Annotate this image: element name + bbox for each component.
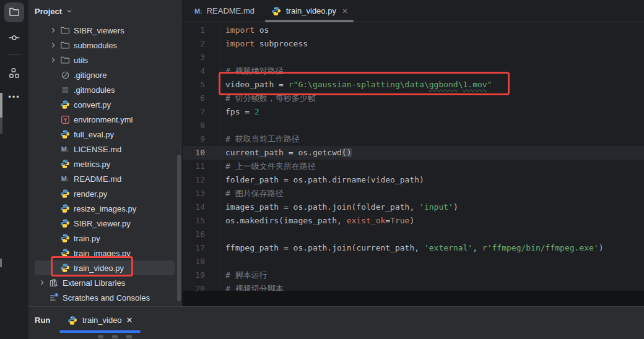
tree-item-license-md[interactable]: M↓LICENSE.md bbox=[28, 142, 182, 157]
tree-item-label: LICENSE.md bbox=[74, 145, 121, 154]
chevron-right-icon[interactable] bbox=[36, 278, 48, 288]
code-line-9[interactable]: # 获取当前工作路径 bbox=[225, 132, 300, 146]
more-tool-windows-button[interactable]: ••• bbox=[0, 92, 28, 101]
commit-tool-button[interactable] bbox=[4, 28, 24, 48]
tab-readme-md[interactable]: M↓ README.md bbox=[186, 0, 263, 22]
tree-indent-spacer bbox=[47, 189, 59, 199]
code-line-17[interactable]: ffmpeg_path = os.path.join(current_path,… bbox=[225, 241, 604, 255]
tree-item-label: SIBR_viewer.py bbox=[74, 219, 131, 228]
run-tab-label: train_video bbox=[82, 315, 122, 325]
code-line-20[interactable]: # 视频切分脚本 bbox=[225, 282, 284, 291]
tree-indent-spacer bbox=[47, 174, 59, 184]
tree-item-external-libraries[interactable]: External Libraries bbox=[28, 275, 182, 290]
python-icon bbox=[271, 6, 282, 16]
gutter-line-number: 14 bbox=[183, 200, 205, 214]
project-tool-button[interactable] bbox=[4, 2, 24, 22]
code-line-4[interactable]: # 视频绝对路径 bbox=[225, 64, 284, 78]
code-line-10[interactable]: current_path = os.getcwd() bbox=[225, 146, 352, 160]
tree-item-render-py[interactable]: render.py bbox=[28, 186, 182, 201]
tree-item-convert-py[interactable]: convert.py bbox=[28, 97, 182, 112]
gutter-line-number: 2 bbox=[183, 37, 205, 51]
project-tree: SIBR_viewerssubmodulesutils.gitignore.gi… bbox=[28, 23, 182, 305]
gutter-line-number: 9 bbox=[183, 132, 205, 146]
markdown-icon: M↓ bbox=[59, 174, 71, 184]
tree-item-label: convert.py bbox=[74, 100, 111, 109]
tree-indent-spacer bbox=[47, 100, 59, 109]
tree-item-submodules[interactable]: submodules bbox=[28, 38, 182, 53]
code-line-2[interactable]: import subprocess bbox=[225, 37, 308, 51]
gutter-line-number: 11 bbox=[183, 160, 205, 173]
tree-item-sibr-viewer-py[interactable]: SIBR_viewer.py bbox=[28, 216, 182, 231]
chevron-right-icon[interactable] bbox=[47, 25, 59, 35]
tree-item-label: .gitignore bbox=[74, 71, 107, 80]
scratches-icon bbox=[48, 293, 59, 303]
tree-item-train-video-py[interactable]: train_video.py bbox=[28, 260, 182, 275]
python-icon bbox=[59, 233, 71, 243]
tree-item-train-py[interactable]: train.py bbox=[28, 231, 182, 246]
tree-indent-spacer bbox=[47, 263, 59, 273]
code-line-1[interactable]: import os bbox=[225, 24, 269, 37]
project-folder-icon bbox=[9, 6, 20, 19]
python-icon bbox=[59, 159, 71, 169]
run-panel-title: Run bbox=[35, 311, 50, 329]
code-line-11[interactable]: # 上一级文件夹所在路径 bbox=[225, 160, 316, 173]
project-title: Project bbox=[35, 7, 62, 16]
tree-item-resize-images-py[interactable]: resize_images.py bbox=[28, 201, 182, 216]
project-panel: Project SIBR_viewerssubmodulesutils.giti… bbox=[28, 0, 183, 306]
tree-item-utils[interactable]: utils bbox=[28, 53, 182, 67]
yaml-icon: Y bbox=[59, 114, 71, 124]
python-icon bbox=[59, 129, 71, 139]
folder-icon bbox=[59, 40, 71, 50]
chevron-right-icon[interactable] bbox=[47, 55, 59, 65]
code-line-12[interactable]: folder_path = os.path.dirname(video_path… bbox=[225, 173, 424, 187]
activity-bar-divider bbox=[7, 54, 21, 55]
code-line-13[interactable]: # 图片保存路径 bbox=[225, 187, 284, 200]
structure-tool-button[interactable] bbox=[4, 64, 24, 84]
background-window-sliver bbox=[0, 93, 2, 118]
tree-item-label: train_images.py bbox=[74, 249, 131, 258]
tree-indent-spacer bbox=[47, 129, 59, 139]
chevron-right-icon[interactable] bbox=[47, 40, 59, 50]
tree-item-gitignore[interactable]: .gitignore bbox=[28, 67, 182, 82]
tree-item-environment-yml[interactable]: Yenvironment.yml bbox=[28, 112, 182, 127]
code-line-6[interactable]: # 切分帧数，每秒多少帧 bbox=[225, 92, 316, 105]
tree-indent-spacer bbox=[47, 85, 59, 95]
close-icon[interactable]: ✕ bbox=[342, 7, 348, 15]
console-toolbar-partial bbox=[98, 335, 132, 338]
tree-item-sibr-viewers[interactable]: SIBR_viewers bbox=[28, 23, 182, 38]
python-icon bbox=[59, 189, 71, 199]
code-line-14[interactable]: images_path = os.path.join(folder_path, … bbox=[225, 200, 458, 214]
background-window-sliver bbox=[0, 259, 2, 267]
code-line-15[interactable]: os.makedirs(images_path, exist_ok=True) bbox=[225, 214, 414, 228]
activity-bar: ••• bbox=[0, 0, 28, 339]
tree-item-label: Scratches and Consoles bbox=[63, 293, 150, 303]
folder-icon bbox=[59, 25, 71, 35]
tree-item-full-eval-py[interactable]: full_eval.py bbox=[28, 127, 182, 142]
gutter-line-number: 10 bbox=[183, 146, 205, 160]
tree-item-gitmodules[interactable]: .gitmodules bbox=[28, 82, 182, 97]
code-line-7[interactable]: fps = 2 bbox=[225, 105, 259, 119]
tree-item-scratches-and-consoles[interactable]: Scratches and Consoles bbox=[28, 290, 182, 305]
tree-item-train-images-py[interactable]: train_images.py bbox=[28, 246, 182, 260]
tree-indent-spacer bbox=[47, 233, 59, 243]
tree-indent-spacer bbox=[47, 70, 59, 80]
close-icon[interactable]: ✕ bbox=[126, 315, 133, 325]
gitmodules-icon bbox=[59, 85, 71, 95]
tree-scrollbar[interactable] bbox=[177, 155, 181, 301]
tree-item-label: .gitmodules bbox=[74, 85, 115, 95]
gutter-line-number: 3 bbox=[183, 51, 205, 64]
tree-item-label: environment.yml bbox=[74, 115, 133, 124]
markdown-icon: M↓ bbox=[59, 144, 71, 154]
tree-item-metrics-py[interactable]: metrics.py bbox=[28, 157, 182, 171]
tab-train-video-py[interactable]: train_video.py ✕ bbox=[263, 0, 356, 22]
project-panel-header[interactable]: Project bbox=[28, 0, 182, 23]
editor-tab-bar: M↓ README.md train_video.py ✕ bbox=[183, 0, 644, 22]
code-line-5[interactable]: video_path = r"G:\gaussian-splatting\dat… bbox=[225, 78, 492, 92]
gutter-line-number: 1 bbox=[183, 24, 205, 37]
code-editor[interactable]: 1import os2import subprocess34# 视频绝对路径5v… bbox=[183, 22, 644, 291]
run-tab-train-video[interactable]: train_video ✕ bbox=[59, 310, 141, 330]
editor-bottom-strip bbox=[183, 291, 644, 306]
code-line-19[interactable]: # 脚本运行 bbox=[225, 268, 268, 282]
tree-item-readme-md[interactable]: M↓README.md bbox=[28, 171, 182, 186]
libraries-icon bbox=[48, 278, 59, 288]
